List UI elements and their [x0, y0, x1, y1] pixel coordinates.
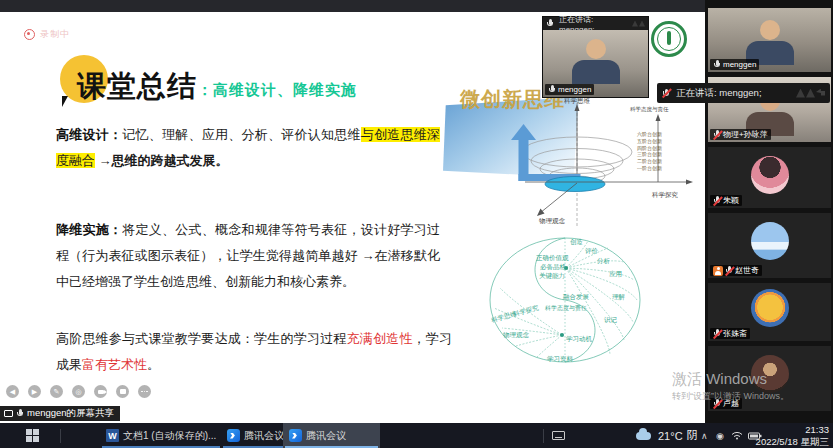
- participant-name: 物理+孙咏萍: [723, 129, 768, 140]
- faded-logo-marks: [796, 89, 825, 98]
- cone-axis-horizontal-label: 科学探究: [652, 191, 678, 200]
- participant-avatar: [751, 222, 789, 260]
- activate-windows-watermark: 激活 Windows: [672, 370, 767, 389]
- recording-indicator: 录制中: [24, 28, 70, 41]
- speaking-banner[interactable]: 正在讲话: menggen;: [657, 83, 830, 103]
- slide-title-subtitle: 高维设计、降维实施: [213, 81, 357, 98]
- tray-chevron-icon[interactable]: ∧: [701, 423, 708, 448]
- circle-label: 理解: [612, 293, 625, 302]
- paragraph-low-dim: 降维实施：将定义、公式、概念和规律等符号表征，设计好学习过程（行为表征或图示表征…: [56, 217, 440, 295]
- participant-tile-zhaoshiqi[interactable]: 赵世奇: [708, 213, 831, 278]
- start-button[interactable]: [26, 423, 39, 448]
- recording-label: 录制中: [40, 28, 70, 41]
- activate-windows-subtext: 转到“设置”以激活 Windows。: [672, 390, 789, 403]
- participant-tile-zhuying[interactable]: 朱颖: [708, 147, 831, 208]
- circle-label: 学习资料: [547, 355, 573, 364]
- cone-axis-right-label: 科学态度与责任: [630, 106, 669, 113]
- screen-share-pill[interactable]: menggen的屏幕共享: [0, 406, 120, 421]
- participant-name: 赵世奇: [735, 265, 759, 276]
- mic-on-icon: [546, 19, 554, 29]
- paragraph-conclusion: 高阶思维参与式课堂教学要达成：学生的学习过程充满创造性，学习成果富有艺术性。: [56, 326, 452, 378]
- participant-tile-menggen[interactable]: menggen: [708, 8, 831, 72]
- word-icon: W: [106, 429, 119, 442]
- weather-condition: 阴: [687, 428, 698, 443]
- weather-widget[interactable]: 21°C 阴: [658, 423, 698, 448]
- pen-icon[interactable]: ✎: [50, 385, 63, 398]
- slide-title-main: 课堂总结: [77, 70, 197, 103]
- taskbar-separator: [543, 423, 544, 448]
- circle-label: 创造: [570, 238, 583, 247]
- p1-tail: →思维的跨越式发展。: [95, 153, 229, 168]
- school-logo: [651, 21, 687, 57]
- slide-title-colon: ：: [197, 81, 213, 98]
- clock-time: 21:33: [756, 424, 829, 436]
- camera-icon[interactable]: [94, 385, 107, 398]
- windows-logo-icon: [26, 429, 39, 442]
- cone-step: 四阶台创新: [637, 145, 662, 152]
- desktop: 录制中 课堂总结 ：高维设计、降维实施 高维设计：记忆、理解、应用、分析、评价认…: [0, 0, 833, 448]
- taskbar-clock[interactable]: 21:33 2022/5/18 星期三: [756, 424, 829, 447]
- touch-keyboard-icon[interactable]: [552, 423, 565, 448]
- mic-muted-icon: [713, 329, 721, 339]
- circle-label: 科学态度与责任: [545, 304, 587, 313]
- person-badge-icon: [713, 266, 723, 276]
- participant-avatar: [751, 156, 789, 194]
- circle-label: 融合发展: [563, 293, 589, 302]
- circle-label: 评价: [585, 247, 598, 256]
- taskbar-separator: [60, 423, 61, 448]
- cone-step: 五阶台创新: [637, 138, 662, 145]
- participants-sidebar: menggen 物理+孙咏萍 朱颖 赵世奇: [705, 0, 833, 423]
- stage-video-header: 正在讲话: menggen;: [543, 17, 648, 30]
- stage-speaker-video[interactable]: 正在讲话: menggen; menggen: [543, 17, 648, 97]
- circle-label: 正确价值观: [536, 254, 569, 263]
- taskbar-item-word[interactable]: W 文档1 (自动保存的)...: [100, 423, 222, 448]
- circle-label: 必备品格: [540, 263, 566, 272]
- spiral-cone-diagram: [495, 95, 700, 230]
- circle-label: 关键能力: [539, 272, 565, 281]
- stage-video-frame: menggen: [543, 30, 648, 97]
- participant-avatar: [751, 289, 789, 327]
- screen-share-label: menggen的屏幕共享: [27, 407, 114, 420]
- circle-label: 物理观念: [503, 331, 529, 340]
- p1-body: 记忆、理解、应用、分析、评价认知思维: [122, 127, 361, 142]
- laser-pointer-icon[interactable]: ◎: [72, 385, 85, 398]
- windows-taskbar: W 文档1 (自动保存的)... 腾讯会议 腾讯会议 21°C 阴 ∧ ◉ 21…: [0, 423, 833, 448]
- wifi-icon[interactable]: [731, 423, 743, 448]
- p2-lead: 降维实施：: [56, 222, 122, 237]
- mic-muted-icon: [662, 88, 670, 98]
- cone-step-labels: 六阶台创新 五阶台创新 四阶台创新 三阶台创新 二阶台创新 一阶台创新: [637, 131, 662, 172]
- circle-label: 分析: [597, 257, 610, 266]
- chat-icon[interactable]: [116, 385, 129, 398]
- circle-label: 识记: [604, 316, 617, 325]
- p3-red1: 充满创造性: [347, 331, 413, 346]
- p3-end: 。: [147, 357, 160, 372]
- cone-axis-vertical-label: 科学思维: [564, 97, 590, 106]
- taskbar-item-meeting-1[interactable]: 腾讯会议: [221, 423, 290, 448]
- prev-slide-icon[interactable]: ◀: [6, 385, 19, 398]
- weather-icon[interactable]: [636, 423, 651, 448]
- mic-muted-icon: [725, 266, 733, 276]
- taskbar-item-meeting-2[interactable]: 腾讯会议: [283, 423, 380, 448]
- p3-pre: 高阶思维参与式课堂教学要达成：学生的学习过程: [56, 331, 347, 346]
- stage-speaker-name: menggen: [558, 84, 591, 95]
- cone-step: 二阶台创新: [637, 158, 662, 165]
- cone-step: 一阶台创新: [637, 165, 662, 172]
- more-icon[interactable]: [138, 385, 151, 398]
- next-slide-icon[interactable]: ▶: [28, 385, 41, 398]
- clock-date: 2022/5/18 星期三: [756, 436, 829, 448]
- mouse-cursor: [62, 96, 68, 107]
- mic-on-icon: [548, 85, 556, 95]
- faded-logo-marks: [632, 21, 645, 27]
- participant-name: 张姝斋: [723, 328, 747, 339]
- paragraph-high-dim: 高维设计：记忆、理解、应用、分析、评价认知思维与创造思维深度融合 →思维的跨越式…: [56, 122, 440, 174]
- participant-name-tag: 张姝斋: [710, 328, 750, 339]
- speaking-banner-text: 正在讲话: menggen;: [676, 87, 762, 100]
- screen-icon: [4, 410, 13, 417]
- participant-name: 朱颖: [723, 195, 739, 206]
- circle-label: 应用: [609, 270, 622, 279]
- tencent-meeting-icon: [289, 429, 302, 442]
- p1-lead: 高维设计：: [56, 127, 122, 142]
- participant-name-tag: 朱颖: [710, 195, 742, 206]
- tray-status-icon[interactable]: ◉: [716, 423, 724, 448]
- participant-tile-zhangshuzhai[interactable]: 张姝斋: [708, 283, 831, 341]
